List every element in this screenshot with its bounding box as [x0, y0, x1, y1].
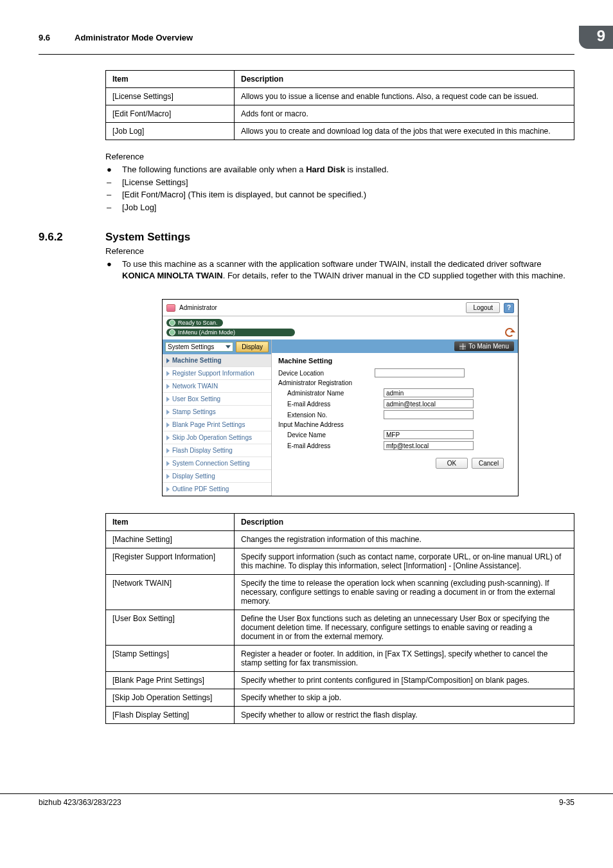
- triangle-icon: [166, 410, 170, 415]
- ref-item-text: [License Settings]: [122, 177, 188, 187]
- cell-desc: Specify whether to skip a job.: [235, 689, 574, 707]
- select-value: System Settings: [168, 343, 214, 350]
- chevron-down-icon: [226, 345, 231, 348]
- table-row: [Register Support Information]Specify su…: [106, 548, 574, 575]
- cell-item: [Machine Setting]: [106, 531, 235, 548]
- cell-item: [Job Log]: [106, 123, 235, 140]
- sidebar-item-machine-setting[interactable]: Machine Setting: [163, 354, 271, 367]
- cancel-button[interactable]: Cancel: [472, 458, 504, 469]
- sidebar-item-label: Outline PDF Setting: [172, 485, 229, 493]
- triangle-icon: [166, 487, 170, 492]
- sidebar-item[interactable]: Display Setting: [163, 470, 271, 483]
- admin-registration-label: Administrator Registration: [278, 379, 375, 386]
- table-row: [License Settings] Allows you to issue a…: [106, 88, 574, 105]
- ref-bullet: ●To use this machine as a scanner with t…: [105, 258, 574, 281]
- cell-desc: Changes the registration information of …: [235, 531, 574, 548]
- cell-desc: Allows you to issue a license and enable…: [235, 88, 574, 105]
- ref-bullet-text: The following functions are available on…: [122, 165, 306, 174]
- sidebar-item[interactable]: System Connection Setting: [163, 457, 271, 470]
- cell-item: [Edit Font/Macro]: [106, 105, 235, 123]
- admin-name-input[interactable]: [384, 388, 474, 397]
- admin-name-label: Administrator Name: [287, 390, 384, 397]
- ref-bullet-tail: is installed.: [345, 165, 389, 174]
- sidebar-item[interactable]: Flash Display Setting: [163, 444, 271, 457]
- to-main-menu-button[interactable]: To Main Menu: [454, 341, 514, 351]
- device-location-input[interactable]: [375, 368, 465, 377]
- admin-label: Administrator: [179, 304, 217, 311]
- display-button[interactable]: Display: [236, 341, 269, 352]
- ref-bullet: ●The following functions are available o…: [105, 164, 574, 176]
- footer-right: 9-35: [559, 798, 574, 807]
- category-select[interactable]: System Settings: [165, 342, 233, 352]
- th-item: Item: [106, 71, 235, 88]
- triangle-icon: [166, 397, 170, 402]
- to-main-label: To Main Menu: [468, 343, 509, 350]
- sidebar-item-label: Register Support Information: [172, 370, 254, 377]
- device-name-input[interactable]: [384, 430, 474, 439]
- th-item: Item: [106, 514, 235, 531]
- device-location-label: Device Location: [278, 370, 375, 377]
- sidebar-item[interactable]: Network TWAIN: [163, 380, 271, 393]
- triangle-icon: [166, 384, 170, 389]
- header-rule: [39, 54, 574, 55]
- panel-title: Machine Setting: [278, 357, 511, 365]
- extension-input[interactable]: [384, 410, 474, 419]
- email-input[interactable]: [384, 399, 474, 408]
- table-row: [User Box Setting]Define the User Box fu…: [106, 610, 574, 646]
- cell-desc: Specify whether to print contents config…: [235, 672, 574, 689]
- sidebar-item-label: Stamp Settings: [172, 408, 216, 415]
- sidebar-item-label: Network TWAIN: [172, 383, 218, 390]
- email-label: E-mail Address: [287, 401, 384, 408]
- ref-item-text: [Edit Font/Macro] (This item is displaye…: [122, 190, 366, 199]
- sidebar-item[interactable]: Outline PDF Setting: [163, 483, 271, 496]
- sidebar-item[interactable]: Blank Page Print Settings: [163, 419, 271, 431]
- cell-item: [License Settings]: [106, 88, 235, 105]
- ref-item-text: [Job Log]: [122, 203, 157, 212]
- refresh-icon[interactable]: [505, 328, 514, 337]
- sidebar-item[interactable]: Stamp Settings: [163, 406, 271, 419]
- triangle-icon: [166, 422, 170, 428]
- sidebar-item[interactable]: Register Support Information: [163, 367, 271, 380]
- ref2-text-b: KONICA MINOLTA TWAIN: [122, 271, 223, 280]
- embedded-screenshot: Administrator Logout ? Ready to Scan. In…: [162, 299, 519, 496]
- cell-desc: Define the User Box functions such as de…: [235, 610, 574, 646]
- table-row: [Edit Font/Macro] Adds font or macro.: [106, 105, 574, 123]
- status-text: InMenu (Admin Mode): [178, 329, 235, 336]
- cell-item: [Blank Page Print Settings]: [106, 672, 235, 689]
- section-number: 9.6: [39, 33, 75, 42]
- subsection-number: 9.6.2: [39, 231, 105, 244]
- ref-dash-item: –[License Settings]: [105, 177, 574, 188]
- cell-item: [Stamp Settings]: [106, 646, 235, 672]
- sidebar-item-label: Machine Setting: [172, 357, 222, 364]
- device-name-label: Device Name: [287, 431, 384, 439]
- cell-desc: Specify whether to allow or restrict the…: [235, 707, 574, 724]
- cell-desc: Allows you to create and download log da…: [235, 123, 574, 140]
- cell-desc: Register a header or footer. In addition…: [235, 646, 574, 672]
- sidebar-item[interactable]: Skip Job Operation Settings: [163, 431, 271, 444]
- cell-desc: Specify support information (such as con…: [235, 548, 574, 575]
- sidebar-item-label: System Connection Setting: [172, 460, 250, 467]
- sidebar-item[interactable]: User Box Setting: [163, 393, 271, 406]
- triangle-icon: [166, 474, 170, 479]
- extension-label: Extension No.: [287, 411, 384, 419]
- ok-button[interactable]: OK: [436, 458, 468, 469]
- status-ready: Ready to Scan.: [166, 319, 223, 327]
- triangle-icon: [166, 371, 170, 376]
- reference-label: Reference: [105, 152, 574, 161]
- triangle-icon: [166, 435, 170, 440]
- logout-button[interactable]: Logout: [466, 302, 500, 313]
- cell-desc: Specify the time to release the operatio…: [235, 575, 574, 610]
- status-mode: InMenu (Admin Mode): [166, 329, 295, 336]
- triangle-icon: [166, 448, 170, 453]
- footer-left: bizhub 423/363/283/223: [39, 798, 121, 807]
- ref2-text-a: To use this machine as a scanner with th…: [122, 259, 542, 269]
- section-title: Administrator Mode Overview: [75, 33, 579, 42]
- help-icon[interactable]: ?: [504, 303, 514, 313]
- sidebar-item-label: Display Setting: [172, 473, 215, 480]
- reference-label: Reference: [105, 246, 574, 256]
- ref-dash-item: –[Job Log]: [105, 202, 574, 213]
- email2-input[interactable]: [384, 441, 474, 450]
- cell-item: [Register Support Information]: [106, 548, 235, 575]
- cell-item: [User Box Setting]: [106, 610, 235, 646]
- table-row: [Flash Display Setting]Specify whether t…: [106, 707, 574, 724]
